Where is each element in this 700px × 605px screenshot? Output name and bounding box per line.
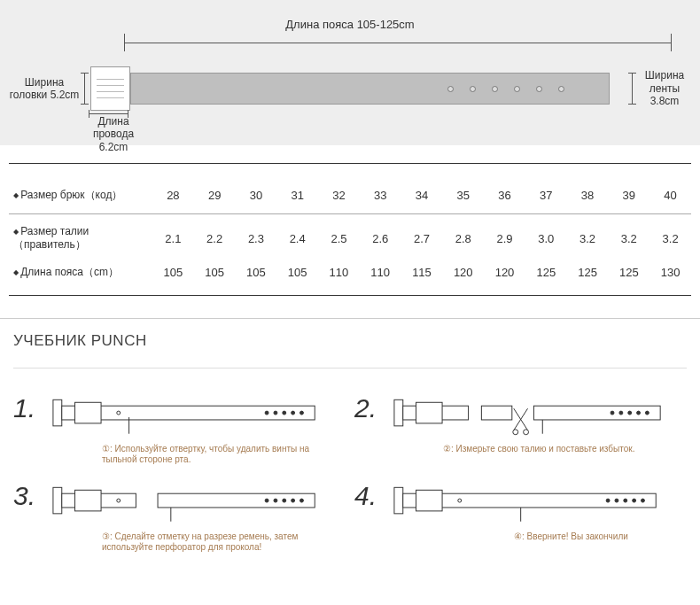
- cell-value: 28: [152, 182, 194, 209]
- svg-point-44: [642, 499, 645, 502]
- head-width-label: Ширина головки 5.2cm: [9, 76, 80, 102]
- cell-value: 105: [194, 259, 236, 286]
- cell-value: 30: [236, 182, 277, 209]
- step-body: ②: Измерьте свою талию и поставьте избыт…: [390, 395, 669, 454]
- belt-hole-icon: [558, 86, 564, 92]
- strap-width-label: Ширина ленты 3.8cm: [638, 69, 691, 107]
- table-row: Размер брюк（код）282930313233343536373839…: [9, 182, 691, 209]
- cell-value: 2.4: [276, 219, 318, 259]
- divider: [9, 295, 691, 296]
- tutorial-step: 1.①: Используйте отвертку, чтобы удалить…: [13, 395, 328, 465]
- cell-value: 105: [152, 259, 194, 286]
- svg-point-40: [606, 499, 610, 502]
- cell-value: 34: [401, 182, 443, 209]
- cell-value: 2.8: [442, 219, 484, 259]
- belt-length-label: Длина пояса 105-125cm: [9, 18, 691, 31]
- table-row: Размер талии（правитель）2.12.22.32.42.52.…: [9, 219, 691, 259]
- divider: [9, 163, 691, 164]
- cell-value: 2.6: [360, 219, 401, 259]
- svg-point-20: [619, 411, 623, 415]
- cell-value: 36: [484, 182, 525, 209]
- svg-point-21: [628, 411, 632, 415]
- svg-rect-2: [75, 402, 102, 423]
- belt-diagram: Длина пояса 105-125cm Ширина головки 5.2…: [0, 0, 700, 145]
- cell-value: 3.2: [608, 219, 649, 259]
- svg-rect-18: [533, 406, 660, 420]
- step-number: 2.: [354, 395, 390, 422]
- cell-value: 125: [608, 259, 649, 286]
- cell-value: 2.7: [401, 219, 443, 259]
- svg-rect-10: [394, 399, 403, 426]
- svg-point-30: [265, 499, 268, 502]
- cell-value: 120: [484, 259, 525, 286]
- cell-value: 3.2: [649, 219, 691, 259]
- belt-hole-icon: [514, 86, 520, 92]
- svg-point-34: [300, 499, 304, 502]
- step-caption: ①: Используйте отвертку, чтобы удалить в…: [49, 444, 328, 465]
- length-dimension-arrow: [124, 43, 672, 43]
- step-number: 3.: [13, 483, 49, 509]
- cell-value: 110: [318, 259, 360, 286]
- cell-value: 3.0: [525, 219, 567, 259]
- tutorial-step: 4.④: Вверните! Вы закончили: [354, 483, 669, 553]
- belt-step-icon: [390, 483, 669, 527]
- cell-value: 37: [525, 182, 567, 209]
- step-number: 4.: [354, 483, 390, 509]
- step-body: ④: Вверните! Вы закончили: [390, 483, 669, 542]
- svg-point-7: [292, 411, 295, 415]
- wire-length-arrow: [89, 113, 128, 114]
- tutorial-step: 3.③: Сделайте отметку на разрезе ремень,…: [13, 483, 328, 553]
- tutorial-step: 2.②: Измерьте свою талию и поставьте изб…: [354, 395, 669, 465]
- svg-point-17: [524, 430, 529, 435]
- cell-value: 2.3: [236, 219, 277, 259]
- svg-point-33: [292, 499, 295, 502]
- size-table-section: Размер брюк（код）282930313233343536373839…: [0, 145, 700, 305]
- svg-point-23: [645, 411, 649, 415]
- row-label: Размер брюк（код）: [9, 182, 152, 209]
- step-body: ③: Сделайте отметку на разрезе ремень, з…: [49, 483, 328, 553]
- svg-point-42: [624, 499, 627, 502]
- belt-step-icon: [49, 483, 328, 527]
- wire-length-label: Длина провода 6.2cm: [78, 115, 149, 153]
- tutorial-title: УЧЕБНИК PUNCH: [13, 332, 687, 350]
- belt-hole-icon: [470, 86, 476, 92]
- cell-value: 3.2: [567, 219, 609, 259]
- belt-step-icon: [49, 395, 328, 439]
- belt-step-icon: [390, 395, 669, 439]
- belt-strap: [130, 73, 610, 105]
- cell-value: 40: [649, 182, 691, 209]
- size-table: Размер брюк（код）282930313233343536373839…: [9, 182, 691, 286]
- svg-point-41: [615, 499, 618, 502]
- cell-value: 120: [442, 259, 484, 286]
- cell-value: 33: [360, 182, 401, 209]
- cell-value: 31: [276, 182, 318, 209]
- step-caption: ④: Вверните! Вы закончили: [390, 531, 669, 542]
- svg-point-5: [274, 411, 277, 415]
- svg-point-31: [274, 499, 277, 502]
- svg-point-4: [265, 411, 268, 415]
- cell-value: 125: [567, 259, 609, 286]
- belt-illustration-row: Ширина головки 5.2cm Ширина ленты 3.8cm: [9, 66, 691, 111]
- svg-rect-27: [75, 490, 102, 511]
- tutorial-section: УЧЕБНИК PUNCH 1.①: Используйте отвертку,…: [0, 318, 700, 566]
- tutorial-steps: 1.①: Используйте отвертку, чтобы удалить…: [13, 368, 687, 553]
- cell-value: 105: [236, 259, 277, 286]
- svg-point-43: [633, 499, 636, 502]
- step-caption: ③: Сделайте отметку на разрезе ремень, з…: [49, 531, 328, 553]
- buckle-icon: [90, 66, 130, 111]
- row-label: Размер талии（правитель）: [9, 219, 152, 259]
- cell-value: 32: [318, 182, 360, 209]
- cell-value: 110: [360, 259, 401, 286]
- belt-hole-icon: [536, 86, 542, 92]
- step-number: 1.: [13, 395, 49, 422]
- svg-rect-25: [53, 487, 62, 514]
- cell-value: 2.9: [484, 219, 525, 259]
- belt-hole-icon: [447, 86, 454, 92]
- svg-rect-13: [481, 406, 511, 420]
- cell-value: 29: [194, 182, 236, 209]
- svg-point-19: [611, 411, 614, 415]
- cell-value: 125: [525, 259, 567, 286]
- row-label: Длина пояса（cm）: [9, 259, 152, 286]
- svg-point-22: [637, 411, 641, 415]
- svg-rect-38: [416, 490, 443, 511]
